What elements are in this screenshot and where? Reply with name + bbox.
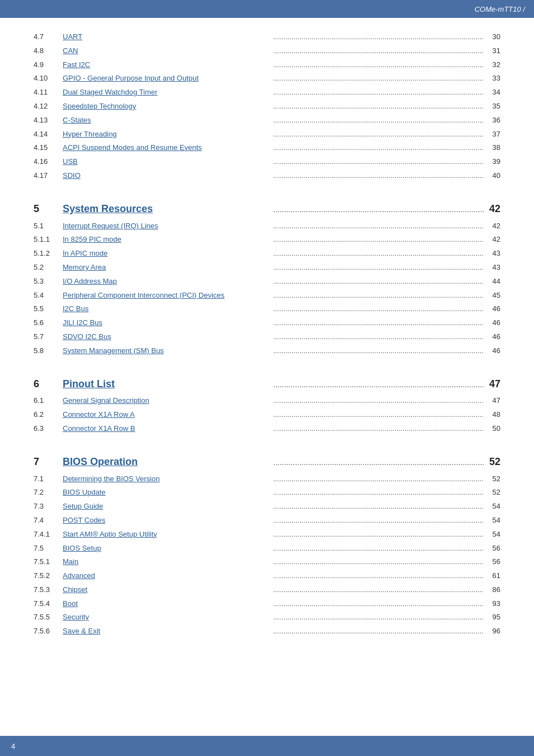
toc-entry-page: 35 <box>484 101 500 112</box>
toc-entry-label[interactable]: Setup Guide <box>63 501 271 513</box>
toc-dots <box>271 584 484 596</box>
toc-entry: 7BIOS Operation52 <box>34 445 500 470</box>
toc-section-label[interactable]: BIOS Operation <box>63 454 271 470</box>
toc-entry-label[interactable]: SDIO <box>63 170 271 182</box>
toc-entry-label[interactable]: Advanced <box>63 570 271 582</box>
toc-entry-page: 46 <box>484 317 500 329</box>
toc-entry-label[interactable]: Boot <box>63 598 271 610</box>
toc-entry-page: 45 <box>484 290 500 302</box>
toc-entry: 7.2BIOS Update52 <box>34 487 500 499</box>
toc-entry-label[interactable]: Speedstep Technology <box>63 101 271 112</box>
toc-entry-number: 6.3 <box>34 423 63 435</box>
toc-entry-label[interactable]: Fast I2C <box>63 59 271 71</box>
toc-entry-label[interactable]: In APIC mode <box>63 248 271 260</box>
toc-section-label[interactable]: Pinout List <box>63 376 271 392</box>
toc-entry: 5.4Peripheral Component Interconnect (PC… <box>34 290 500 302</box>
toc-entry-label[interactable]: Determining the BIOS Version <box>63 473 271 485</box>
toc-entry-label[interactable]: Memory Area <box>63 262 271 274</box>
toc-entry-label[interactable]: In 8259 PIC mode <box>63 234 271 246</box>
toc-entry-label[interactable]: GPIO - General Purpose Input and Output <box>63 73 271 84</box>
toc-dots <box>271 378 484 391</box>
toc-dots <box>271 220 484 232</box>
toc-entry-label[interactable]: SDVO I2C Bus <box>63 331 271 343</box>
toc-entry-label[interactable]: Interrupt Request (IRQ) Lines <box>63 220 271 232</box>
toc-entry-label[interactable]: Security <box>63 612 271 623</box>
toc-entry: 7.1Determining the BIOS Version52 <box>34 473 500 485</box>
toc-entry-number: 4.10 <box>34 73 63 84</box>
toc-entry: 4.9Fast I2C32 <box>34 59 500 71</box>
toc-dots <box>271 276 484 288</box>
toc-entry-number: 5.2 <box>34 262 63 274</box>
toc-entry-number: 7.5.1 <box>34 556 63 568</box>
toc-entry-page: 96 <box>484 626 500 637</box>
toc-entry: 4.7UART30 <box>34 31 500 43</box>
toc-entry-label[interactable]: Connector X1A Row B <box>63 423 271 435</box>
toc-entry-label[interactable]: Peripheral Component Interconnect (PCI) … <box>63 290 271 302</box>
toc-entry: 5.7SDVO I2C Bus46 <box>34 331 500 343</box>
toc-entry-page: 42 <box>484 220 500 232</box>
toc-section-number: 6 <box>34 376 63 392</box>
toc-entry-page: 48 <box>484 409 500 421</box>
toc-entry: 7.5.6Save & Exit96 <box>34 626 500 637</box>
toc-entry-label[interactable]: CAN <box>63 45 271 57</box>
toc-entry-number: 5.1.1 <box>34 234 63 246</box>
toc-entry-page: 46 <box>484 345 500 357</box>
toc-entry: 7.4POST Codes54 <box>34 515 500 527</box>
toc-entry-number: 7.1 <box>34 473 63 485</box>
toc-entry: 4.11Dual Staged Watchdog Timer34 <box>34 87 500 98</box>
toc-entry-page: 56 <box>484 543 500 555</box>
page: COMe-mTT10 / 4.7UART304.8CAN314.9Fast I2… <box>0 0 534 756</box>
toc-entry-label[interactable]: System Management (SM) Bus <box>63 345 271 357</box>
toc-entry-page: 44 <box>484 276 500 288</box>
toc-entry: 6Pinout List47 <box>34 367 500 392</box>
toc-entry-number: 4.9 <box>34 59 63 71</box>
toc-dots <box>271 290 484 302</box>
toc-dots <box>271 409 484 421</box>
toc-entry-number: 6.1 <box>34 395 63 407</box>
toc-entry-page: 95 <box>484 612 500 623</box>
toc-entry-number: 4.7 <box>34 31 63 43</box>
toc-entry-page: 52 <box>484 487 500 499</box>
toc-entry-number: 4.11 <box>34 87 63 98</box>
toc-entry-label[interactable]: C-States <box>63 115 271 126</box>
toc-entry-number: 7.5.5 <box>34 612 63 623</box>
toc-entry: 4.10GPIO - General Purpose Input and Out… <box>34 73 500 84</box>
toc-entry-label[interactable]: BIOS Update <box>63 487 271 499</box>
toc-dots <box>271 529 484 541</box>
toc-entry-page: 43 <box>484 248 500 260</box>
toc-entry-label[interactable]: BIOS Setup <box>63 543 271 555</box>
toc-dots <box>271 598 484 610</box>
toc-entry: 7.5BIOS Setup56 <box>34 543 500 555</box>
toc-entry-label[interactable]: Hyper Threading <box>63 129 271 140</box>
toc-entry-label[interactable]: POST Codes <box>63 515 271 527</box>
toc-dots <box>271 59 484 71</box>
toc-entry-label[interactable]: I2C Bus <box>63 303 271 315</box>
toc-entry-label[interactable]: Start AMI® Aptio Setup Utility <box>63 529 271 541</box>
toc-entry-page: 30 <box>484 31 500 43</box>
toc-section-label[interactable]: System Resources <box>63 201 271 217</box>
toc-entry-label[interactable]: Connector X1A Row A <box>63 409 271 421</box>
toc-section-number: 5 <box>34 201 63 217</box>
toc-dots <box>271 129 484 140</box>
toc-entry-label[interactable]: JILI I2C Bus <box>63 317 271 329</box>
toc-entry-label[interactable]: General Signal Description <box>63 395 271 407</box>
toc-entry-label[interactable]: Save & Exit <box>63 626 271 637</box>
toc-entry-label[interactable]: Main <box>63 556 271 568</box>
toc-entry-number: 4.16 <box>34 156 63 168</box>
toc-dots <box>271 101 484 112</box>
toc-entry-number: 7.5.6 <box>34 626 63 637</box>
toc-entry-label[interactable]: I/O Address Map <box>63 276 271 288</box>
toc-entry-label[interactable]: UART <box>63 31 271 43</box>
toc-entry-label[interactable]: ACPI Suspend Modes and Resume Events <box>63 142 271 154</box>
toc-entry: 4.14Hyper Threading37 <box>34 129 500 140</box>
toc-dots <box>271 87 484 98</box>
toc-entry: 4.8CAN31 <box>34 45 500 57</box>
toc-dots <box>271 248 484 260</box>
toc-entry-label[interactable]: USB <box>63 156 271 168</box>
toc-entry-label[interactable]: Dual Staged Watchdog Timer <box>63 87 271 98</box>
toc-entry-page: 40 <box>484 170 500 182</box>
toc-entry: 5.2Memory Area43 <box>34 262 500 274</box>
toc-entry: 7.5.3Chipset86 <box>34 584 500 596</box>
toc-entry-label[interactable]: Chipset <box>63 584 271 596</box>
toc-entry-page: 93 <box>484 598 500 610</box>
